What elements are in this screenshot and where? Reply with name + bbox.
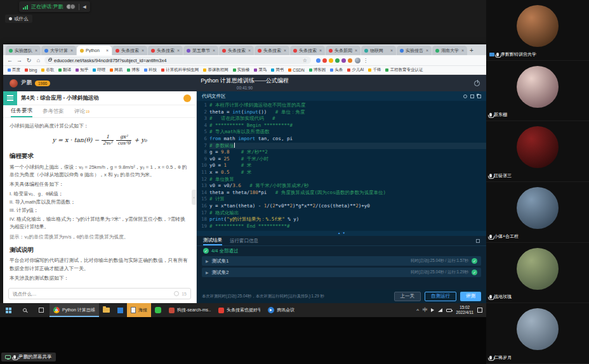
expand-panel-icon[interactable]: [476, 239, 480, 243]
tray-chevron-icon[interactable]: ^: [416, 308, 419, 313]
panel-divider[interactable]: ▲▼: [197, 231, 486, 236]
browser-tab[interactable]: 头条搜索×: [148, 46, 183, 55]
browser-tab[interactable]: 头条新闻×: [326, 46, 361, 55]
refresh-icon[interactable]: ↻: [25, 58, 32, 63]
taskbar-app[interactable]: [114, 303, 127, 317]
back-icon[interactable]: ←: [6, 58, 13, 63]
task-tab[interactable]: 评论19: [74, 105, 89, 117]
bookmark-item[interactable]: 知乎: [76, 67, 88, 73]
bookmark-item[interactable]: 少儿AI: [347, 67, 364, 73]
evaluate-button[interactable]: 评测: [460, 292, 481, 301]
self-test-button[interactable]: 自测运行: [425, 292, 456, 301]
collapse-arrow-icon[interactable]: ◀: [83, 4, 86, 10]
start-button[interactable]: [0, 303, 17, 317]
test-result-tab[interactable]: 测试结果: [203, 236, 222, 245]
bookmark-item[interactable]: 慕课教程网: [203, 67, 228, 73]
tab-close-icon[interactable]: ×: [390, 48, 393, 53]
task-view-icon[interactable]: [33, 303, 50, 317]
browser-tab[interactable]: 实验报告×: [397, 46, 432, 55]
taskbar-app[interactable]: Python 计算思维模…: [50, 303, 99, 317]
participant-tile[interactable]: 仁将岁月: [486, 303, 589, 364]
bookmark-item[interactable]: 菜鸟: [254, 67, 267, 73]
bookmark-item[interactable]: CSDN: [288, 68, 304, 72]
emoji-icon[interactable]: [174, 291, 179, 296]
bookmark-item[interactable]: 博客园: [309, 67, 326, 73]
bookmark-item[interactable]: 哔哩: [93, 67, 105, 73]
clock[interactable]: 15:02 2022/4/11: [456, 305, 473, 315]
participant-tile[interactable]: 小体+合工程: [486, 182, 589, 243]
tab-close-icon[interactable]: ×: [284, 48, 286, 53]
browser-tab[interactable]: 头条搜索×: [290, 46, 325, 55]
ime-indicator[interactable]: 中: [423, 307, 428, 313]
bookmark-item[interactable]: 翻译: [58, 67, 71, 73]
expand-row-icon[interactable]: ▶: [206, 270, 209, 275]
tab-close-icon[interactable]: ×: [319, 48, 322, 53]
action-center-icon[interactable]: [477, 308, 482, 313]
browser-tab[interactable]: 头条搜索×: [219, 46, 254, 55]
bookmark-item[interactable]: 博客: [127, 67, 140, 73]
tab-close-icon[interactable]: ×: [35, 48, 37, 53]
comment-box[interactable]: 15: [8, 288, 191, 299]
extension-icon[interactable]: [316, 58, 321, 63]
tab-close-icon[interactable]: ×: [248, 48, 251, 53]
network-icon[interactable]: [438, 308, 442, 312]
participant-tile[interactable]: 狂徒张三: [486, 121, 589, 182]
browser-tab[interactable]: 湖南大学×: [432, 46, 467, 55]
home-icon[interactable]: ⌂: [35, 58, 42, 63]
profile-avatar[interactable]: [355, 58, 361, 63]
user-avatar[interactable]: [10, 79, 18, 88]
search-icon[interactable]: [17, 303, 33, 317]
extension-icon[interactable]: [335, 58, 340, 63]
challenge-badge-icon[interactable]: [183, 94, 191, 102]
tab-close-icon[interactable]: ×: [142, 48, 144, 53]
editor-code[interactable]: # 本程序计算小球斜抛运动在不同位置的高度theta = int(input()…: [209, 102, 486, 231]
settings-icon[interactable]: [470, 94, 474, 98]
forward-icon[interactable]: →: [16, 58, 23, 63]
participant-tile[interactable]: 战地玫瑰: [486, 243, 589, 304]
extension-icon[interactable]: [322, 58, 327, 63]
participant-tile[interactable]: 新东棚: [486, 61, 589, 122]
reset-code-icon[interactable]: [463, 94, 467, 98]
battery-icon[interactable]: [446, 309, 452, 312]
bookmark-item[interactable]: 千锋: [368, 67, 381, 73]
tab-close-icon[interactable]: ×: [177, 48, 180, 53]
exit-icon[interactable]: [474, 81, 480, 86]
browser-tab[interactable]: Python×: [77, 46, 112, 55]
taskbar-app[interactable]: [151, 303, 165, 317]
task-tab[interactable]: 参考答案: [43, 105, 64, 117]
address-bar[interactable]: educoder.net/tasks/94ncdr875f?subject_id…: [44, 56, 311, 64]
bookmark-item[interactable]: 百度: [8, 67, 20, 73]
tab-close-icon[interactable]: ×: [355, 48, 357, 53]
code-editor[interactable]: 12345678910111213141516171819 # 本程序计算小球斜…: [197, 101, 486, 231]
taskbar-app[interactable]: 腾讯会议: [264, 303, 298, 317]
browser-tab[interactable]: 实验团队×: [6, 46, 41, 55]
new-tab-button[interactable]: +: [470, 47, 473, 54]
test-set-row[interactable]: ▶测试集2耗时(启动):25.04秒 / 运行:1.29秒✓: [202, 268, 481, 277]
comment-input[interactable]: [13, 291, 171, 297]
tab-close-icon[interactable]: ×: [213, 48, 215, 53]
bookmark-item[interactable]: 网易: [110, 67, 122, 73]
taskbar-app[interactable]: 头条搜索也挺好学…: [215, 303, 264, 317]
tab-close-icon[interactable]: ×: [426, 48, 428, 53]
browser-menu-icon[interactable]: ⋮: [363, 58, 368, 63]
expand-row-icon[interactable]: ▶: [206, 259, 209, 263]
taskbar-app[interactable]: 海报: [127, 303, 151, 317]
tab-close-icon[interactable]: ×: [461, 48, 464, 53]
tab-close-icon[interactable]: ×: [106, 48, 109, 53]
browser-tab[interactable]: 头条搜索×: [255, 46, 289, 55]
extension-icon[interactable]: [348, 58, 352, 63]
task-tab[interactable]: 任务要求: [11, 105, 32, 117]
volume-icon[interactable]: [431, 308, 434, 312]
browser-tab[interactable]: 第五章节×: [183, 46, 218, 55]
bookmark-item[interactable]: 实验楼: [233, 67, 250, 73]
browser-tab[interactable]: 物联网×: [361, 46, 396, 55]
bookmark-item[interactable]: 谷歌: [41, 67, 54, 73]
test-set-row[interactable]: ▶测试集1耗时(启动):25.04秒 / 运行:1.57秒✓: [202, 256, 481, 266]
taskbar-app[interactable]: 狗搜-search-ms…: [165, 303, 215, 317]
participant-tile[interactable]: 李辉辉特训营共学: [486, 0, 589, 61]
bookmark-item[interactable]: 科技: [144, 67, 157, 73]
prev-stage-button[interactable]: 上一关: [394, 292, 421, 301]
panel-collapse-handle[interactable]: ‹: [192, 190, 196, 205]
menu-icon[interactable]: [3, 91, 17, 105]
bookmark-item[interactable]: 头条: [330, 67, 343, 73]
